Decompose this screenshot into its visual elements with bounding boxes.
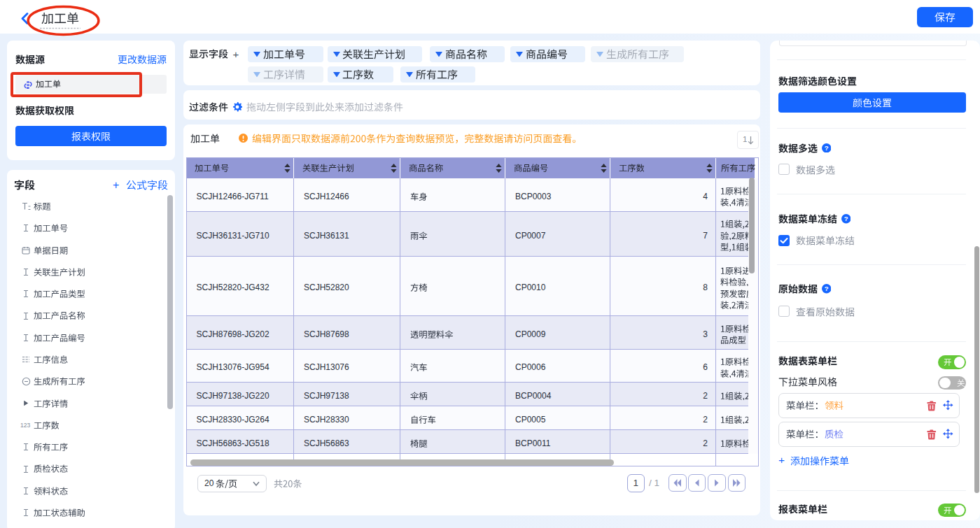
svg-text:?: ? xyxy=(824,144,828,152)
svg-text:?: ? xyxy=(844,215,848,222)
svg-text:?: ? xyxy=(824,285,828,292)
